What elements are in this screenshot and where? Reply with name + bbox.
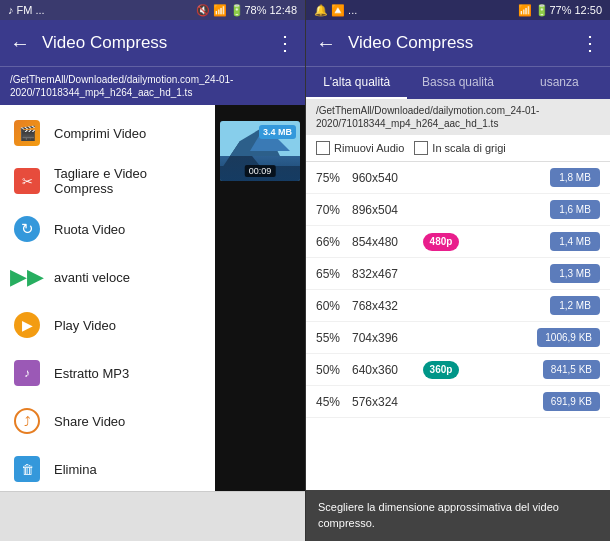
- avanti-label: avanti veloce: [54, 270, 130, 285]
- quality-size-button[interactable]: 1,8 MB: [550, 168, 600, 187]
- rotate-icon: ↻: [14, 216, 40, 242]
- menu-item-play[interactable]: ▶ Play Video: [0, 301, 215, 349]
- remove-audio-checkbox[interactable]: [316, 141, 330, 155]
- avanti-icon-wrap: ▶▶: [12, 262, 42, 292]
- quality-resolution: 576x324: [352, 395, 417, 409]
- quality-size-button[interactable]: 1,2 MB: [550, 296, 600, 315]
- time-badge: 00:09: [245, 165, 276, 177]
- tab-alta-qualita[interactable]: L'alta qualità: [306, 67, 407, 99]
- quality-row[interactable]: 55%704x3961006,9 KB: [306, 322, 610, 354]
- left-path-bar: /GetThemAll/Downloaded/dailymotion.com_2…: [0, 66, 305, 105]
- quality-row[interactable]: 70%896x5041,6 MB: [306, 194, 610, 226]
- quality-percent: 65%: [316, 267, 346, 281]
- left-status-bar: ♪ FM ... 🔇 📶 🔋78% 12:48: [0, 0, 305, 20]
- grayscale-option[interactable]: In scala di grigi: [414, 141, 505, 155]
- left-back-button[interactable]: ←: [10, 32, 30, 55]
- quality-size-button[interactable]: 1,6 MB: [550, 200, 600, 219]
- compress-icon: 🎬: [14, 120, 40, 146]
- right-panel: 🔔 🔼 ... 📶 🔋77% 12:50 ← Video Compress ⋮ …: [305, 0, 610, 541]
- menu-item-estratto[interactable]: ♪ Estratto MP3: [0, 349, 215, 397]
- tabs-bar: L'alta qualità Bassa qualità usanza: [306, 66, 610, 99]
- menu-item-share[interactable]: ⤴ Share Video: [0, 397, 215, 445]
- quality-percent: 45%: [316, 395, 346, 409]
- remove-audio-label: Rimuovi Audio: [334, 142, 404, 154]
- quality-size-button[interactable]: 1,3 MB: [550, 264, 600, 283]
- quality-resolution: 704x396: [352, 331, 417, 345]
- menu-thumb-container: 🎬 Comprimi Video ✂ Tagliare e Video Comp…: [0, 105, 305, 491]
- delete-icon: 🗑: [14, 456, 40, 482]
- quality-resolution: 854x480: [352, 235, 417, 249]
- right-status-left: 🔔 🔼 ...: [314, 4, 357, 17]
- quality-table: 75%960x5401,8 MB70%896x5041,6 MB66%854x4…: [306, 162, 610, 490]
- quality-size-button[interactable]: 1006,9 KB: [537, 328, 600, 347]
- elimina-label: Elimina: [54, 462, 97, 477]
- quality-size-button[interactable]: 1,4 MB: [550, 232, 600, 251]
- quality-row[interactable]: 45%576x324691,9 KB: [306, 386, 610, 418]
- tooltip-bar: Scegliere la dimensione approssimativa d…: [306, 490, 610, 541]
- left-panel: ♪ FM ... 🔇 📶 🔋78% 12:48 ← Video Compress…: [0, 0, 305, 541]
- menu-list: 🎬 Comprimi Video ✂ Tagliare e Video Comp…: [0, 105, 215, 491]
- right-status-right: 📶 🔋77% 12:50: [518, 4, 602, 17]
- play-icon-wrap: ▶: [12, 310, 42, 340]
- right-top-bar: ← Video Compress ⋮: [306, 20, 610, 66]
- quality-row[interactable]: 75%960x5401,8 MB: [306, 162, 610, 194]
- mp3-icon: ♪: [14, 360, 40, 386]
- quality-percent: 60%: [316, 299, 346, 313]
- quality-row[interactable]: 66%854x480480p1,4 MB: [306, 226, 610, 258]
- left-ad-area: [0, 491, 305, 541]
- tagliare-icon-wrap: ✂: [12, 166, 42, 196]
- right-app-title: Video Compress: [348, 33, 570, 53]
- comprimi-label: Comprimi Video: [54, 126, 146, 141]
- quality-percent: 70%: [316, 203, 346, 217]
- quality-row[interactable]: 65%832x4671,3 MB: [306, 258, 610, 290]
- quality-size-button[interactable]: 841,5 KB: [543, 360, 600, 379]
- quality-resolution: 640x360: [352, 363, 417, 377]
- menu-item-elimina[interactable]: 🗑 Elimina: [0, 445, 215, 491]
- tab-bassa-qualita[interactable]: Bassa qualità: [407, 67, 508, 99]
- status-right: 🔇 📶 🔋78% 12:48: [196, 4, 297, 17]
- elimina-icon-wrap: 🗑: [12, 454, 42, 484]
- size-badge: 3.4 MB: [259, 125, 296, 139]
- quality-percent: 55%: [316, 331, 346, 345]
- left-app-title: Video Compress: [42, 33, 265, 53]
- ruota-icon-wrap: ↻: [12, 214, 42, 244]
- tagliare-icon: ✂: [14, 168, 40, 194]
- menu-item-avanti[interactable]: ▶▶ avanti veloce: [0, 253, 215, 301]
- comprimi-icon-wrap: 🎬: [12, 118, 42, 148]
- quality-percent: 66%: [316, 235, 346, 249]
- quality-row[interactable]: 60%768x4321,2 MB: [306, 290, 610, 322]
- right-back-button[interactable]: ←: [316, 32, 336, 55]
- ruota-label: Ruota Video: [54, 222, 125, 237]
- remove-audio-option[interactable]: Rimuovi Audio: [316, 141, 404, 155]
- right-more-button[interactable]: ⋮: [580, 31, 600, 55]
- thumbnail-area: 3.4 MB 00:09: [215, 105, 305, 491]
- play-icon: ▶: [14, 312, 40, 338]
- options-bar: Rimuovi Audio In scala di grigi: [306, 135, 610, 162]
- left-more-button[interactable]: ⋮: [275, 31, 295, 55]
- play-label: Play Video: [54, 318, 116, 333]
- menu-item-comprimi[interactable]: 🎬 Comprimi Video: [0, 109, 215, 157]
- quality-percent: 50%: [316, 363, 346, 377]
- menu-item-tagliare[interactable]: ✂ Tagliare e Video Compress: [0, 157, 215, 205]
- share-label: Share Video: [54, 414, 125, 429]
- quality-badge: 360p: [423, 361, 459, 379]
- left-top-bar: ← Video Compress ⋮: [0, 20, 305, 66]
- quality-percent: 75%: [316, 171, 346, 185]
- quality-size-button[interactable]: 691,9 KB: [543, 392, 600, 411]
- tagliare-label: Tagliare e Video Compress: [54, 166, 203, 196]
- quality-resolution: 896x504: [352, 203, 417, 217]
- grayscale-label: In scala di grigi: [432, 142, 505, 154]
- estratto-icon-wrap: ♪: [12, 358, 42, 388]
- share-icon: ⤴: [14, 408, 40, 434]
- tab-usanza[interactable]: usanza: [509, 67, 610, 99]
- quality-resolution: 832x467: [352, 267, 417, 281]
- menu-item-ruota[interactable]: ↻ Ruota Video: [0, 205, 215, 253]
- quality-row[interactable]: 50%640x360360p841,5 KB: [306, 354, 610, 386]
- fast-forward-icon: ▶▶: [14, 264, 40, 290]
- quality-badge: 480p: [423, 233, 459, 251]
- grayscale-checkbox[interactable]: [414, 141, 428, 155]
- estratto-label: Estratto MP3: [54, 366, 129, 381]
- quality-resolution: 960x540: [352, 171, 417, 185]
- status-left: ♪ FM ...: [8, 4, 45, 16]
- right-status-bar: 🔔 🔼 ... 📶 🔋77% 12:50: [306, 0, 610, 20]
